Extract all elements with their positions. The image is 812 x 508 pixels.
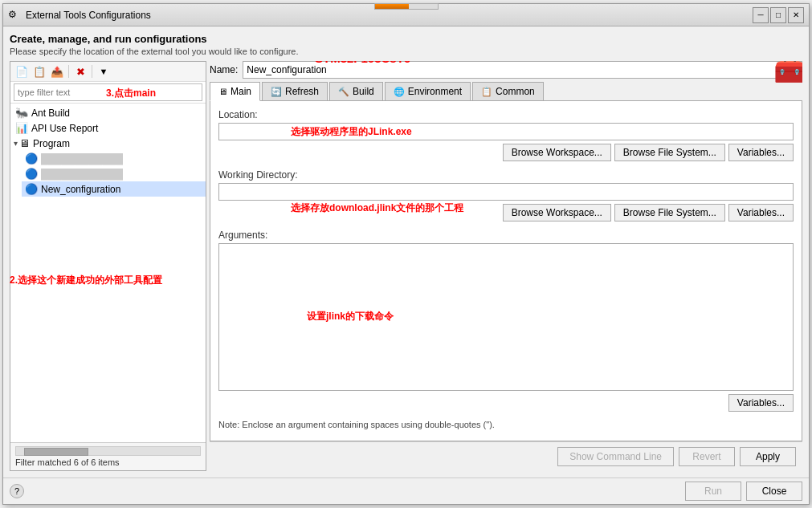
location-label: Location: xyxy=(218,109,794,120)
working-dir-label: Working Directory: xyxy=(218,169,794,181)
expand-icon: ▾ xyxy=(14,139,18,148)
tree-item-api-report[interactable]: 📊 API Use Report xyxy=(10,120,206,136)
main-tab-icon: 🖥 xyxy=(218,87,227,96)
left-panel-footer: Filter matched 6 of 6 items xyxy=(10,442,206,470)
variables-1-button[interactable]: Variables... xyxy=(728,144,794,161)
working-dir-input[interactable] xyxy=(218,183,794,201)
ant-build-label: Ant Build xyxy=(31,108,70,119)
tree-group-program[interactable]: ▾ 🖥 Program xyxy=(10,136,206,151)
arguments-label: Arguments: xyxy=(218,230,794,241)
filter-button[interactable]: ▼ xyxy=(96,63,112,79)
common-tab-icon: 📋 xyxy=(481,87,492,97)
filter-status: Filter matched 6 of 6 items xyxy=(15,457,201,467)
variables-2-button[interactable]: Variables... xyxy=(728,204,794,221)
filter-row xyxy=(10,82,206,104)
run-button[interactable]: Run xyxy=(685,482,741,501)
filter-input[interactable] xyxy=(14,83,202,101)
api-report-label: API Use Report xyxy=(31,123,98,134)
program-children: 🔵 ████████████ 🔵 ████████████ 🔵 New_conf… xyxy=(10,151,206,197)
browse-filesystem-2-button[interactable]: Browse File System... xyxy=(614,204,725,221)
very-bottom: ? Run Close xyxy=(3,478,809,504)
tree-item-blurred1[interactable]: 🔵 ████████████ xyxy=(22,151,206,166)
horizontal-scrollbar[interactable] xyxy=(15,446,201,456)
program-label: Program xyxy=(33,138,70,149)
refresh-tab-label: Refresh xyxy=(285,86,319,97)
tree-item-new-config[interactable]: 🔵 New_configuration xyxy=(22,181,206,197)
progress-fill xyxy=(375,4,410,9)
tab-refresh[interactable]: 🔄 Refresh xyxy=(262,82,328,100)
config-panel: Location: Browse Workspace... Browse Fil… xyxy=(210,101,802,441)
new-config-tree-icon: 🔵 xyxy=(25,183,38,195)
scrollbar-thumb xyxy=(24,448,88,456)
revert-button[interactable]: Revert xyxy=(679,447,735,466)
export-button[interactable]: 📤 xyxy=(49,63,65,79)
title-bar-buttons: ─ □ ✕ xyxy=(753,7,804,23)
arguments-section: Arguments: Variables... xyxy=(218,230,794,412)
new-config-button[interactable]: 📄 xyxy=(14,63,30,79)
window-title: External Tools Configurations xyxy=(26,10,753,21)
tab-common[interactable]: 📋 Common xyxy=(472,82,544,100)
run-close-buttons: Run Close xyxy=(685,482,802,501)
main-area: 🧰 1.点击这个新建一个外部工具配置 3.点击main 这里填进这个外部工具的名… xyxy=(10,61,802,471)
location-buttons: Browse Workspace... Browse File System..… xyxy=(218,144,794,161)
variables-3-button[interactable]: Variables... xyxy=(728,394,794,412)
close-button[interactable]: Close xyxy=(746,482,802,501)
browse-workspace-1-button[interactable]: Browse Workspace... xyxy=(503,144,611,161)
tab-environment[interactable]: 🌐 Environment xyxy=(385,82,471,100)
window-icon: ⚙ xyxy=(8,9,21,22)
ant-build-icon: 🐜 xyxy=(15,107,28,119)
common-tab-label: Common xyxy=(496,86,535,97)
blurred1-label: ████████████ xyxy=(41,153,123,165)
duplicate-config-button[interactable]: 📋 xyxy=(31,63,47,79)
tree-item-ant-build[interactable]: 🐜 Ant Build xyxy=(10,105,206,120)
toolbar-sep-2 xyxy=(92,65,92,78)
close-window-button[interactable]: ✕ xyxy=(788,7,804,23)
build-tab-label: Build xyxy=(353,86,374,97)
config-bottom-bar: Show Command Line Revert Apply xyxy=(210,441,802,471)
delete-button[interactable]: ✖ xyxy=(72,63,88,79)
tabs-row: 🖥 Main 🔄 Refresh 🔨 Build 🌐 Environment xyxy=(210,82,802,101)
tree-area: 🐜 Ant Build 📊 API Use Report ▾ 🖥 Program xyxy=(10,104,206,442)
working-dir-section: Working Directory: Browse Workspace... B… xyxy=(218,169,794,221)
minimize-button[interactable]: ─ xyxy=(753,7,769,23)
new-config-tree-label: New_configuration xyxy=(41,184,120,195)
help-button[interactable]: ? xyxy=(10,484,24,498)
blurred1-icon: 🔵 xyxy=(25,152,38,165)
show-command-line-button[interactable]: Show Command Line xyxy=(557,447,674,466)
program-icon: 🖥 xyxy=(19,137,30,149)
name-row: Name: xyxy=(210,61,802,79)
name-input[interactable] xyxy=(243,61,802,79)
blurred2-label: ████████████ xyxy=(41,169,123,180)
name-label: Name: xyxy=(210,64,238,75)
right-panel: Name: 🖥 Main 🔄 Refresh 🔨 Build xyxy=(210,61,802,471)
header-title: Create, manage, and run configurations xyxy=(10,33,802,45)
title-bar: ⚙ External Tools Configurations ─ □ ✕ xyxy=(3,4,809,26)
maximize-button[interactable]: □ xyxy=(770,7,786,23)
arguments-buttons: Variables... xyxy=(218,394,794,412)
tree-item-blurred2[interactable]: 🔵 ████████████ xyxy=(22,166,206,181)
build-tab-icon: 🔨 xyxy=(338,87,349,97)
main-tab-label: Main xyxy=(231,86,251,97)
left-panel: 📄 📋 📤 ✖ ▼ xyxy=(10,61,206,471)
tab-main[interactable]: 🖥 Main xyxy=(210,82,260,101)
refresh-tab-icon: 🔄 xyxy=(271,87,282,97)
arguments-textarea[interactable] xyxy=(218,243,794,391)
header-section: Create, manage, and run configurations P… xyxy=(10,33,802,56)
location-section: Location: Browse Workspace... Browse Fil… xyxy=(218,109,794,161)
window-content: Create, manage, and run configurations P… xyxy=(3,26,809,478)
blurred2-icon: 🔵 xyxy=(25,168,38,180)
location-input[interactable] xyxy=(218,123,794,140)
header-subtitle: Please specify the location of the exter… xyxy=(10,47,802,56)
browse-workspace-2-button[interactable]: Browse Workspace... xyxy=(503,204,611,221)
main-window: ⚙ External Tools Configurations ─ □ ✕ Cr… xyxy=(2,3,810,505)
left-toolbar: 📄 📋 📤 ✖ ▼ xyxy=(10,62,206,82)
toolbar-sep-1 xyxy=(68,65,69,78)
apply-button[interactable]: Apply xyxy=(740,447,796,466)
tab-build[interactable]: 🔨 Build xyxy=(329,82,383,100)
browse-filesystem-1-button[interactable]: Browse File System... xyxy=(614,144,725,161)
working-dir-buttons: Browse Workspace... Browse File System..… xyxy=(218,204,794,221)
api-report-icon: 📊 xyxy=(15,122,28,134)
note-text: Note: Enclose an argument containing spa… xyxy=(218,417,794,433)
title-progress xyxy=(374,3,439,10)
env-tab-label: Environment xyxy=(408,86,462,97)
